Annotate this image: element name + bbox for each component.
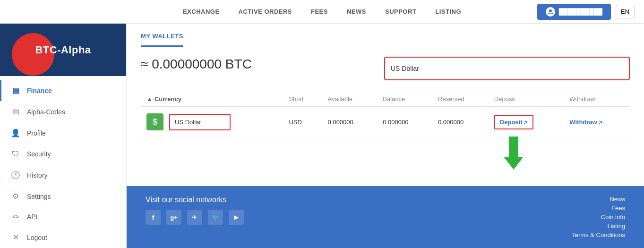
sidebar-item-alpha-codes[interactable]: ▤ Alpha-Codes xyxy=(0,101,126,122)
cell-available: 0.000000 xyxy=(322,107,378,137)
top-nav-right: ██████████ EN xyxy=(537,4,635,20)
cell-deposit[interactable]: Deposit > xyxy=(489,107,564,137)
footer-link-news[interactable]: News xyxy=(572,196,625,203)
footer-social-heading: Visit our social networks xyxy=(146,196,244,204)
currency-search-input[interactable] xyxy=(391,65,623,72)
sidebar-item-label-history: History xyxy=(27,171,48,179)
nav-active-orders[interactable]: ACTIVE ORDERS xyxy=(239,8,292,15)
balance-amount: ≈ 0.00000000 BTC xyxy=(141,57,252,72)
sidebar-item-finance[interactable]: ▤ Finance xyxy=(0,80,126,101)
col-currency[interactable]: ▲ Currency xyxy=(141,92,283,107)
sidebar-item-api[interactable]: <> API xyxy=(0,207,126,227)
wallet-table: ▲ Currency Short Available Balance Reser… xyxy=(141,92,630,137)
deposit-link[interactable]: Deposit > xyxy=(494,115,533,129)
table-row: $ US Dollar USD 0.000000 0.000000 0.0000… xyxy=(141,107,630,137)
footer-link-terms[interactable]: Terms & Conditions xyxy=(572,231,625,239)
cell-currency: $ US Dollar xyxy=(141,107,283,137)
green-arrow-head xyxy=(504,157,523,170)
sidebar-item-label-logout: Logout xyxy=(27,234,47,241)
profile-icon: 👤 xyxy=(11,128,20,137)
cell-balance: 0.000000 xyxy=(377,107,432,137)
api-icon: <> xyxy=(11,214,20,220)
col-available: Available xyxy=(322,92,378,107)
logout-icon: ✕ xyxy=(11,233,20,242)
youtube-icon[interactable]: ▶ xyxy=(229,210,244,225)
sidebar-item-history[interactable]: 🕐 History xyxy=(0,164,126,186)
finance-icon: ▤ xyxy=(11,86,20,95)
footer-link-fees[interactable]: Fees xyxy=(572,205,625,212)
nav-support[interactable]: SUPPORT xyxy=(385,8,416,15)
col-deposit: Deposit xyxy=(489,92,564,107)
cell-reserved: 0.000000 xyxy=(432,107,489,137)
nav-listing[interactable]: LISTING xyxy=(435,8,461,15)
sidebar-item-label-finance: Finance xyxy=(27,87,52,94)
nav-links: EXCHANGE ACTIVE ORDERS FEES NEWS SUPPORT… xyxy=(183,8,461,15)
social-icons-row: f g+ ✈ 🐦 ▶ xyxy=(146,210,244,225)
sidebar-item-label-api: API xyxy=(27,213,38,221)
footer: Visit our social networks f g+ ✈ 🐦 ▶ New… xyxy=(127,186,644,248)
currency-search-box[interactable] xyxy=(384,57,630,80)
sidebar-item-logout[interactable]: ✕ Logout xyxy=(0,227,126,248)
sidebar: BTC-Alpha ▤ Finance ▤ Alpha-Codes 👤 Prof… xyxy=(0,24,127,248)
logo-area: BTC-Alpha xyxy=(0,24,126,76)
settings-icon: ⚙ xyxy=(11,192,20,201)
security-icon: 🛡 xyxy=(11,150,20,158)
green-arrow-body xyxy=(509,137,518,157)
content-body: ≈ 0.00000000 BTC ▲ Currency S xyxy=(127,47,644,186)
sidebar-nav: ▤ Finance ▤ Alpha-Codes 👤 Profile 🛡 Secu… xyxy=(0,76,126,248)
telegram-icon[interactable]: ✈ xyxy=(187,210,202,225)
nav-news[interactable]: NEWS xyxy=(347,8,366,15)
username-label: ██████████ xyxy=(559,8,602,15)
sidebar-item-label-alpha-codes: Alpha-Codes xyxy=(27,108,65,116)
language-button[interactable]: EN xyxy=(616,5,635,18)
user-account-button[interactable]: ██████████ xyxy=(537,4,611,20)
currency-name-box: US Dollar xyxy=(169,114,231,130)
cell-withdraw[interactable]: Withdraw > xyxy=(564,107,630,137)
sidebar-item-label-settings: Settings xyxy=(27,193,51,200)
col-reserved: Reserved xyxy=(432,92,489,107)
facebook-icon[interactable]: f xyxy=(146,210,161,225)
google-plus-icon[interactable]: g+ xyxy=(166,210,181,225)
svg-point-0 xyxy=(549,9,552,12)
sidebar-item-label-security: Security xyxy=(27,150,51,158)
sidebar-item-profile[interactable]: 👤 Profile xyxy=(0,122,126,144)
main-layout: BTC-Alpha ▤ Finance ▤ Alpha-Codes 👤 Prof… xyxy=(0,24,644,248)
balance-row: ≈ 0.00000000 BTC xyxy=(141,57,630,80)
twitter-icon[interactable]: 🐦 xyxy=(208,210,223,225)
currency-dollar-icon: $ xyxy=(146,113,163,130)
cell-short: USD xyxy=(283,107,322,137)
nav-fees[interactable]: FEES xyxy=(311,8,328,15)
user-icon xyxy=(546,7,555,17)
top-navigation: EXCHANGE ACTIVE ORDERS FEES NEWS SUPPORT… xyxy=(0,0,644,24)
history-icon: 🕐 xyxy=(11,171,20,180)
sidebar-item-settings[interactable]: ⚙ Settings xyxy=(0,186,126,207)
sidebar-item-label-profile: Profile xyxy=(27,129,46,137)
footer-link-listing[interactable]: Listing xyxy=(572,222,625,230)
alpha-codes-icon: ▤ xyxy=(11,107,20,116)
content-header: MY WALLETS xyxy=(127,24,644,47)
footer-social: Visit our social networks f g+ ✈ 🐦 ▶ xyxy=(146,196,244,225)
nav-exchange[interactable]: EXCHANGE xyxy=(183,8,220,15)
logo-text: BTC-Alpha xyxy=(35,44,91,56)
footer-link-coin-info[interactable]: Coin info xyxy=(572,214,625,221)
col-short: Short xyxy=(283,92,322,107)
col-balance: Balance xyxy=(377,92,432,107)
deposit-arrow-container: Deposit > xyxy=(494,119,533,126)
withdraw-link[interactable]: Withdraw > xyxy=(569,119,602,126)
sidebar-item-security[interactable]: 🛡 Security xyxy=(0,144,126,164)
col-withdraw: Withdraw xyxy=(564,92,630,107)
tab-my-wallets[interactable]: MY WALLETS xyxy=(141,33,183,47)
footer-links: News Fees Coin info Listing Terms & Cond… xyxy=(572,196,625,239)
